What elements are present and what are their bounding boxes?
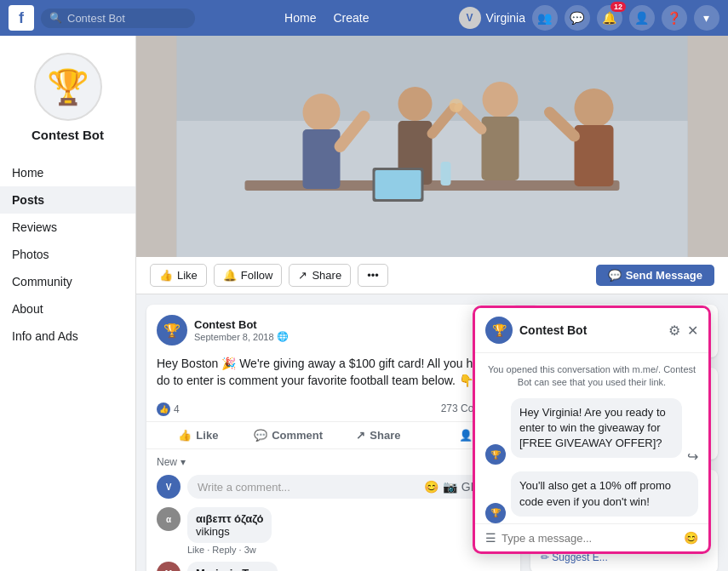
- thumbs-up-icon: 👍: [159, 269, 173, 282]
- comment-item: M Marjorie Torre Test Like · Reply · 3w: [157, 562, 510, 571]
- comment-input-container[interactable]: Write a comment... 😊 📷 GIF 🎭: [187, 475, 510, 499]
- comment-input-row: V Write a comment... 😊 📷 GIF 🎭: [157, 475, 510, 499]
- chat-message-1-container: Hey Virginia! Are you ready to enter to …: [511, 398, 682, 465]
- forward-icon[interactable]: ↪: [687, 448, 698, 465]
- chat-bot-small-avatar: 🏆: [485, 444, 506, 465]
- chat-settings-icon[interactable]: ⚙: [668, 323, 680, 339]
- sidebar-item-info-ads[interactable]: Info and Ads: [0, 323, 135, 350]
- camera-icon[interactable]: 📷: [443, 480, 457, 494]
- svg-rect-19: [177, 36, 688, 257]
- comments-section: New ▾ V Write a comment... 😊 📷 GIF 🎭: [146, 448, 520, 571]
- chat-message-input[interactable]: [502, 532, 679, 545]
- post-reactions: 👍 4: [157, 403, 180, 416]
- chat-bot-message-2: You'll also get a 10% off promo code eve…: [511, 471, 698, 516]
- sidebar-item-home[interactable]: Home: [0, 159, 135, 186]
- commenter-name[interactable]: αιβεπτ όζαζό: [196, 512, 263, 525]
- post-stats: 👍 4 273 Comments: [146, 397, 520, 422]
- nav-create-link[interactable]: Create: [333, 11, 369, 25]
- commenter-avatar: M: [157, 562, 181, 571]
- avatar: V: [459, 7, 481, 29]
- facebook-logo[interactable]: f: [9, 5, 34, 31]
- chat-body: You opened this conversation with m.me/.…: [475, 353, 708, 523]
- page-profile: 🏆 Contest Bot: [0, 44, 135, 159]
- page-actions-bar: 👍 Like 🔔 Follow ↗ Share ••• 💬 Send Messa…: [136, 257, 728, 294]
- nav-user[interactable]: V Virginia: [459, 7, 525, 29]
- top-navigation: f 🔍 Home Create V Virginia 👥 💬 🔔 12 👤 ❓ …: [0, 0, 728, 36]
- comment-bubble: αιβεπτ όζαζό vikings: [187, 507, 272, 543]
- page-name: Contest Bot: [9, 128, 127, 142]
- follow-button[interactable]: 🔔 Follow: [214, 264, 283, 287]
- like-page-button[interactable]: 👍 Like: [150, 264, 207, 287]
- friends-icon[interactable]: 👥: [532, 5, 558, 31]
- comment-bubble: Marjorie Torre Test: [187, 562, 278, 571]
- friend-requests-icon[interactable]: 👤: [629, 5, 655, 31]
- chat-header-info: 🏆 Contest Bot: [485, 317, 587, 344]
- share-icon: ↗: [356, 429, 365, 442]
- post-author-name[interactable]: Contest Bot: [194, 318, 289, 331]
- comments-sort[interactable]: New ▾: [157, 456, 510, 468]
- chat-footer: ☰ 😊: [475, 523, 708, 551]
- comment-icon: 💬: [254, 429, 267, 442]
- chat-emoji-icon[interactable]: 😊: [684, 531, 698, 545]
- notification-badge: 12: [610, 2, 626, 12]
- chat-close-icon[interactable]: ✕: [687, 323, 698, 339]
- chat-bot-avatar: 🏆: [485, 317, 513, 344]
- search-icon: 🔍: [49, 12, 62, 24]
- post-author-info: Contest Bot September 8, 2018 🌐: [194, 318, 289, 342]
- chat-header: 🏆 Contest Bot ⚙ ✕: [475, 308, 708, 353]
- sidebar-item-reviews[interactable]: Reviews: [0, 214, 135, 241]
- left-sidebar: 🏆 Contest Bot Home Posts Reviews Photos …: [0, 36, 136, 571]
- nav-left: f 🔍: [9, 5, 195, 31]
- post-card: 🏆 Contest Bot September 8, 2018 🌐 •••: [146, 305, 520, 571]
- help-icon[interactable]: ❓: [662, 5, 687, 31]
- sidebar-item-about[interactable]: About: [0, 295, 135, 323]
- more-button[interactable]: •••: [358, 264, 388, 287]
- search-input[interactable]: [67, 12, 186, 25]
- post-author-avatar: 🏆: [157, 315, 187, 345]
- chat-header-icons: ⚙ ✕: [668, 323, 698, 339]
- commenter-name[interactable]: Marjorie Torre: [196, 567, 269, 571]
- comment-content: Marjorie Torre Test Like · Reply · 3w: [187, 562, 278, 571]
- nav-username: Virginia: [486, 11, 525, 25]
- cover-svg: [136, 36, 728, 257]
- smiley-icon[interactable]: 😊: [424, 480, 439, 494]
- action-buttons-left: 👍 Like 🔔 Follow ↗ Share •••: [150, 264, 388, 287]
- feed-column: 🏆 Contest Bot September 8, 2018 🌐 •••: [146, 305, 520, 571]
- post-date: September 8, 2018 🌐: [194, 331, 289, 342]
- sidebar-item-community[interactable]: Community: [0, 268, 135, 295]
- nav-right: V Virginia 👥 💬 🔔 12 👤 ❓ ▾: [459, 5, 719, 31]
- comment-actions: Like · Reply · 3w: [187, 545, 272, 555]
- chat-message-2-row: 🏆 You'll also get a 10% off promo code e…: [485, 471, 698, 522]
- chevron-down-icon[interactable]: ▾: [694, 5, 719, 31]
- follow-icon: 🔔: [223, 269, 237, 282]
- post-author: 🏆 Contest Bot September 8, 2018 🌐: [157, 315, 289, 345]
- like-reaction-icon: 👍: [157, 403, 170, 416]
- share-button[interactable]: ↗ Share: [289, 264, 351, 287]
- chat-message-1-row: 🏆 Hey Virginia! Are you ready to enter t…: [485, 398, 698, 465]
- post-like-button[interactable]: 👍 Like: [153, 424, 244, 447]
- chat-menu-icon[interactable]: ☰: [485, 531, 496, 545]
- nav-center: Home Create: [284, 11, 369, 25]
- send-message-button[interactable]: 💬 Send Message: [596, 265, 714, 286]
- commenter-avatar: α: [157, 507, 181, 531]
- nav-home-link[interactable]: Home: [284, 11, 316, 25]
- search-box[interactable]: 🔍: [41, 9, 195, 28]
- messages-icon[interactable]: 💬: [565, 5, 590, 31]
- sidebar-navigation: Home Posts Reviews Photos Community Abou…: [0, 159, 135, 350]
- post-share-button[interactable]: ↗ Share: [334, 424, 424, 447]
- comment-user-avatar: V: [157, 475, 181, 499]
- sidebar-item-photos[interactable]: Photos: [0, 241, 135, 268]
- chat-widget: 🏆 Contest Bot ⚙ ✕ You opened this conver…: [473, 305, 711, 554]
- post-comment-button[interactable]: 💬 Comment: [244, 424, 334, 447]
- chat-bot-small-avatar-2: 🏆: [485, 503, 506, 523]
- cover-photo: [136, 36, 728, 257]
- chat-system-message: You opened this conversation with m.me/.…: [485, 363, 698, 390]
- globe-icon: 🌐: [277, 331, 289, 342]
- post-action-bar: 👍 Like 💬 Comment ↗ Share 👤▾: [146, 422, 520, 448]
- chat-bot-name: Contest Bot: [519, 323, 587, 337]
- chat-bot-message-1: Hey Virginia! Are you ready to enter to …: [511, 398, 682, 459]
- notifications-icon[interactable]: 🔔 12: [597, 5, 622, 31]
- comment-item: α αιβεπτ όζαζό vikings Like · Reply · 3w: [157, 507, 510, 555]
- page-trophy-icon: 🏆: [34, 53, 102, 121]
- sidebar-item-posts[interactable]: Posts: [0, 186, 135, 214]
